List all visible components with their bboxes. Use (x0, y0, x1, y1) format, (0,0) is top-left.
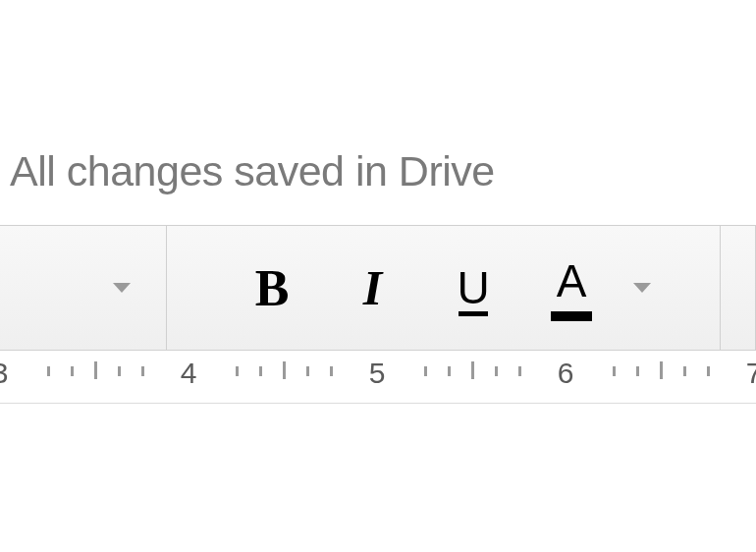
ruler-tick (636, 366, 639, 376)
ruler-tick (448, 366, 451, 376)
ruler-number: 5 (369, 357, 386, 390)
ruler-unit: 5 (377, 351, 566, 403)
bold-icon: B (255, 259, 290, 317)
save-status-text: All changes saved in Drive (10, 147, 495, 194)
ruler-tick (71, 366, 74, 376)
ruler-tick (683, 366, 686, 376)
ruler-number: 7 (746, 357, 756, 390)
ruler-tick (613, 366, 616, 376)
chevron-down-icon[interactable] (113, 283, 131, 293)
ruler-tick (495, 366, 498, 376)
ruler-tick (330, 366, 333, 376)
ruler-unit: 3 (0, 351, 189, 403)
document-area (0, 404, 756, 522)
toolbar-group-left (0, 226, 167, 350)
toolbar-group-right (721, 226, 756, 350)
underline-button[interactable]: U (424, 226, 522, 350)
ruler-tick (471, 361, 474, 379)
ruler-tick (94, 361, 97, 379)
ruler-tick (306, 366, 309, 376)
ruler-tick (141, 366, 144, 376)
horizontal-ruler[interactable]: 34567 (0, 351, 756, 404)
ruler-unit: 6 (566, 351, 754, 403)
ruler-unit: 4 (189, 351, 377, 403)
chevron-down-icon (633, 283, 651, 293)
ruler-number: 3 (0, 357, 8, 390)
ruler-tick (707, 366, 710, 376)
text-color-button[interactable]: A (522, 226, 621, 350)
text-color-dropdown[interactable] (621, 226, 664, 350)
ruler-number: 6 (558, 357, 574, 390)
ruler-number: 4 (181, 357, 197, 390)
ruler-tick (236, 366, 239, 376)
underline-icon: U (457, 261, 489, 314)
ruler-tick (660, 361, 663, 379)
ruler-tick (259, 366, 262, 376)
status-bar: All changes saved in Drive (0, 0, 756, 225)
ruler-tick (47, 366, 50, 376)
bold-button[interactable]: B (223, 226, 321, 350)
formatting-toolbar: B I U A (0, 225, 756, 351)
ruler-tick (283, 361, 286, 379)
italic-button[interactable]: I (321, 226, 424, 350)
italic-icon: I (363, 259, 382, 316)
text-color-icon: A (557, 254, 587, 321)
ruler-tick (518, 366, 521, 376)
ruler-tick (424, 366, 427, 376)
ruler-tick (118, 366, 121, 376)
text-color-swatch (551, 311, 593, 321)
toolbar-group-text-format: B I U A (167, 226, 721, 350)
